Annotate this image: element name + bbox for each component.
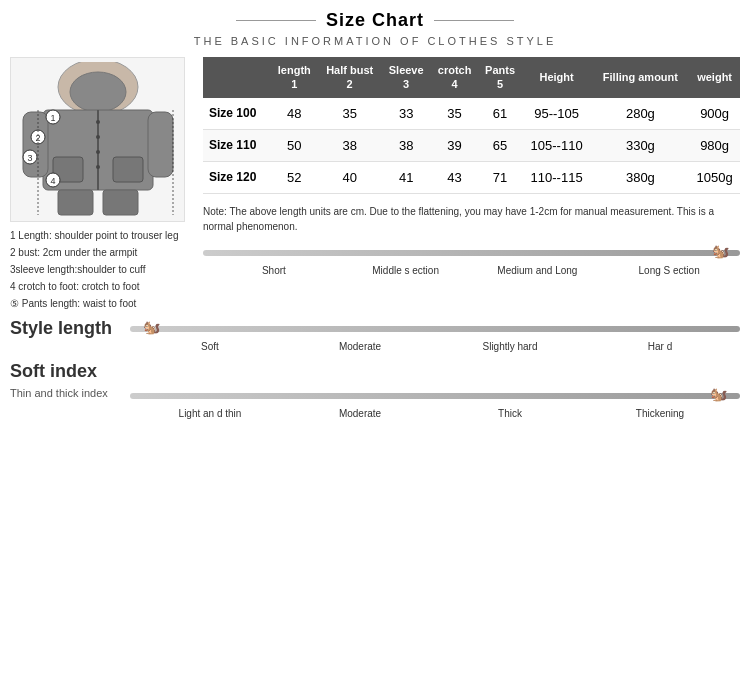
thin-thick-label-3: Thick bbox=[435, 407, 585, 420]
thin-thick-labels: Light an d thin Moderate Thick Thickenin… bbox=[130, 407, 740, 420]
soft-index-marker: 🐿️ bbox=[142, 318, 160, 336]
col-header-filling: Filling amount bbox=[592, 57, 690, 98]
svg-rect-11 bbox=[113, 157, 143, 182]
page: Size Chart THE BASIC INFORMATION OF CLOT… bbox=[0, 0, 750, 430]
cell-sleeve: 41 bbox=[382, 161, 431, 193]
cell-filling: 280g bbox=[592, 98, 690, 130]
soft-label-2: Moderate bbox=[285, 340, 435, 353]
svg-text:1: 1 bbox=[50, 113, 55, 123]
svg-rect-13 bbox=[103, 190, 138, 215]
annotation-2: 2 bust: 2cm under the armpit bbox=[10, 245, 195, 260]
svg-rect-12 bbox=[58, 190, 93, 215]
thin-thick-track bbox=[130, 393, 740, 399]
svg-rect-3 bbox=[23, 112, 48, 177]
header-line-right bbox=[434, 20, 514, 21]
style-length-label-4: Long S ection bbox=[603, 264, 735, 277]
header-title-row: Size Chart bbox=[10, 10, 740, 31]
col-header-height: Height bbox=[522, 57, 592, 98]
annotation-3: 3sleeve length:shoulder to cuff bbox=[10, 262, 195, 277]
style-length-title-area: Style length bbox=[10, 318, 130, 353]
soft-index-area: 🐿️ Soft Moderate Slightly hard Har d bbox=[130, 318, 740, 353]
page-title: Size Chart bbox=[326, 10, 424, 31]
annotation-1: 1 Length: shoulder point to trouser leg bbox=[10, 228, 195, 243]
cell-weight: 900g bbox=[689, 98, 740, 130]
size-table: length1 Half bust2 Sleeve3 crotch4 Pants… bbox=[203, 57, 740, 194]
soft-index-labels: Soft Moderate Slightly hard Har d bbox=[130, 340, 740, 353]
cell-size: Size 120 bbox=[203, 161, 271, 193]
cell-half-bust: 35 bbox=[318, 98, 382, 130]
col-header-crotch: crotch4 bbox=[431, 57, 479, 98]
style-length-title: Style length bbox=[10, 318, 130, 339]
svg-point-9 bbox=[96, 165, 100, 169]
style-length-label-2: Middle s ection bbox=[340, 264, 472, 277]
note-text: Note: The above length units are cm. Due… bbox=[203, 204, 740, 234]
cell-sleeve: 38 bbox=[382, 129, 431, 161]
soft-label-4: Har d bbox=[585, 340, 735, 353]
cell-filling: 380g bbox=[592, 161, 690, 193]
cell-crotch: 39 bbox=[431, 129, 479, 161]
thin-thick-label-4: Thickening bbox=[585, 407, 735, 420]
svg-text:4: 4 bbox=[50, 176, 55, 186]
cell-size: Size 100 bbox=[203, 98, 271, 130]
cell-height: 110--115 bbox=[522, 161, 592, 193]
table-row: Size 1105038383965105--110330g980g bbox=[203, 129, 740, 161]
thin-thick-slider: 🐿️ bbox=[130, 387, 740, 405]
thin-thick-label-2: Moderate bbox=[285, 407, 435, 420]
style-length-label-1: Short bbox=[208, 264, 340, 277]
cell-pants: 65 bbox=[478, 129, 521, 161]
style-length-section: 🐿️ Short Middle s ection Medium and Long… bbox=[203, 244, 740, 277]
right-panel: length1 Half bust2 Sleeve3 crotch4 Pants… bbox=[203, 57, 740, 313]
cell-weight: 1050g bbox=[689, 161, 740, 193]
thin-thick-label-1: Light an d thin bbox=[135, 407, 285, 420]
table-row: Size 1205240414371110--115380g1050g bbox=[203, 161, 740, 193]
style-length-slider: 🐿️ bbox=[203, 244, 740, 262]
style-length-track bbox=[203, 250, 740, 256]
col-header-empty bbox=[203, 57, 271, 98]
cell-weight: 980g bbox=[689, 129, 740, 161]
soft-label-3: Slightly hard bbox=[435, 340, 585, 353]
soft-index-slider: 🐿️ bbox=[130, 320, 740, 338]
col-header-length: length1 bbox=[271, 57, 318, 98]
table-row: Size 100483533356195--105280g900g bbox=[203, 98, 740, 130]
svg-point-1 bbox=[70, 72, 126, 112]
jacket-illustration: 1 2 3 4 5 bbox=[10, 57, 185, 222]
annotations: 1 Length: shoulder point to trouser leg … bbox=[10, 228, 195, 311]
thin-thick-label: Thin and thick index bbox=[10, 387, 130, 399]
col-header-half-bust: Half bust2 bbox=[318, 57, 382, 98]
cell-length: 50 bbox=[271, 129, 318, 161]
svg-text:3: 3 bbox=[27, 153, 32, 163]
cell-size: Size 110 bbox=[203, 129, 271, 161]
thin-thick-row: Thin and thick index 🐿️ Light an d thin … bbox=[10, 387, 740, 420]
svg-point-6 bbox=[96, 120, 100, 124]
header: Size Chart THE BASIC INFORMATION OF CLOT… bbox=[10, 10, 740, 47]
cell-sleeve: 33 bbox=[382, 98, 431, 130]
annotation-5: ⑤ Pants length: waist to foot bbox=[10, 296, 195, 311]
col-header-weight: weight bbox=[689, 57, 740, 98]
style-length-label-3: Medium and Long bbox=[472, 264, 604, 277]
svg-point-7 bbox=[96, 135, 100, 139]
cell-crotch: 43 bbox=[431, 161, 479, 193]
col-header-pants: Pants5 bbox=[478, 57, 521, 98]
annotation-4: 4 crotch to foot: crotch to foot bbox=[10, 279, 195, 294]
cell-height: 95--105 bbox=[522, 98, 592, 130]
cell-pants: 71 bbox=[478, 161, 521, 193]
style-length-marker: 🐿️ bbox=[711, 242, 729, 260]
style-length-row: Style length 🐿️ Soft Moderate Slightly h… bbox=[10, 318, 740, 353]
soft-index-title: Soft index bbox=[10, 361, 130, 382]
cell-length: 48 bbox=[271, 98, 318, 130]
header-subtitle: THE BASIC INFORMATION OF CLOTHES STYLE bbox=[10, 35, 740, 47]
header-line-left bbox=[236, 20, 316, 21]
thin-thick-area bbox=[130, 361, 740, 382]
soft-index-row: Soft index bbox=[10, 361, 740, 382]
left-panel: 1 2 3 4 5 1 Length: shoulder point to tr… bbox=[10, 57, 195, 313]
thin-thick-marker: 🐿️ bbox=[710, 385, 728, 403]
soft-index-track bbox=[130, 326, 740, 332]
thin-thick-content: 🐿️ Light an d thin Moderate Thick Thicke… bbox=[130, 387, 740, 420]
cell-filling: 330g bbox=[592, 129, 690, 161]
soft-index-title-area: Soft index bbox=[10, 361, 130, 382]
col-header-sleeve: Sleeve3 bbox=[382, 57, 431, 98]
cell-half-bust: 40 bbox=[318, 161, 382, 193]
cell-crotch: 35 bbox=[431, 98, 479, 130]
svg-point-8 bbox=[96, 150, 100, 154]
cell-half-bust: 38 bbox=[318, 129, 382, 161]
